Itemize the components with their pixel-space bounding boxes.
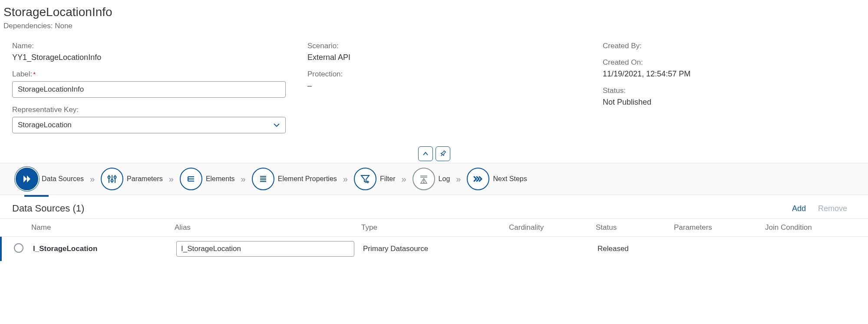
step-filter[interactable]: Filter (354, 168, 396, 190)
col-alias: Alias (175, 223, 361, 232)
createdon-value: 11/19/2021, 12:54:57 PM (603, 69, 868, 79)
play-double-icon (16, 168, 38, 190)
svg-point-6 (114, 176, 116, 179)
step-label: Elements (206, 175, 235, 183)
funnel-plus-icon (354, 168, 376, 190)
repkey-label: Representative Key: (12, 106, 294, 114)
row-status: Released (597, 245, 676, 253)
row-name: I_StorageLocation (33, 245, 176, 253)
page-header: StorageLocationInfo Dependencies: None (0, 0, 868, 34)
form-col-1: Name: YY1_StorageLocationInfo Label:* Re… (12, 42, 307, 141)
chevron-right-icon: » (401, 174, 406, 184)
name-value: YY1_StorageLocationInfo (12, 53, 294, 62)
svg-point-4 (111, 180, 113, 182)
label-label: Label:* (12, 70, 294, 79)
svg-point-20 (423, 182, 424, 183)
chevron-right-icon: » (241, 174, 246, 184)
protection-label: Protection: (307, 70, 590, 79)
form-area: Name: YY1_StorageLocationInfo Label:* Re… (0, 34, 868, 145)
scenario-value: External API (307, 53, 590, 62)
alias-input[interactable] (176, 241, 354, 257)
repkey-select[interactable]: StorageLocation (12, 117, 286, 133)
step-label: Element Properties (278, 175, 337, 183)
col-status: Status (596, 223, 674, 232)
warning-lines-icon (413, 168, 435, 190)
step-label: Data Sources (42, 175, 84, 183)
label-label-text: Label: (12, 70, 32, 78)
collapse-bar (0, 145, 868, 163)
scenario-label: Scenario: (307, 42, 590, 50)
pin-icon (439, 150, 446, 157)
chevron-right-icon: » (90, 174, 95, 184)
step-label: Filter (380, 175, 396, 183)
step-log[interactable]: Log (413, 168, 450, 190)
svg-line-0 (441, 155, 442, 156)
protection-value: – (307, 81, 590, 90)
col-join: Join Condition (765, 223, 856, 232)
dependencies-label: Dependencies: (3, 22, 53, 30)
step-label: Parameters (127, 175, 163, 183)
chevron-right-icon: » (456, 174, 461, 184)
form-col-3: Created By: Created On: 11/19/2021, 12:5… (603, 42, 868, 141)
step-next-steps[interactable]: Next Steps (467, 168, 527, 190)
section-header: Data Sources (1) Add Remove (0, 197, 868, 218)
required-asterisk: * (33, 70, 36, 78)
row-radio[interactable] (14, 243, 23, 253)
page-title: StorageLocationInfo (3, 5, 865, 19)
dependencies-value: None (55, 22, 73, 30)
createdon-label: Created On: (603, 58, 868, 67)
chevron-up-icon (422, 151, 429, 157)
step-element-properties[interactable]: Element Properties (252, 168, 337, 190)
col-name: Name (31, 223, 175, 232)
col-type: Type (361, 223, 509, 232)
form-col-2: Scenario: External API Protection: – (307, 42, 603, 141)
step-label: Log (439, 175, 450, 183)
section-title: Data Sources (1) (12, 203, 84, 214)
list-stack-icon (180, 168, 202, 190)
chevron-down-icon (273, 122, 280, 129)
createdby-label: Created By: (603, 42, 868, 50)
remove-button[interactable]: Remove (818, 204, 847, 213)
dependencies-line: Dependencies: None (3, 22, 865, 30)
step-data-sources[interactable]: Data Sources (16, 168, 84, 190)
col-parameters: Parameters (674, 223, 765, 232)
collapse-button[interactable] (418, 146, 433, 161)
pin-button[interactable] (436, 146, 450, 161)
step-label: Next Steps (493, 175, 527, 183)
sliders-icon (101, 168, 123, 190)
status-label: Status: (603, 86, 868, 95)
data-sources-table: Name Alias Type Cardinality Status Param… (0, 218, 868, 261)
repkey-value: StorageLocation (18, 121, 72, 129)
svg-point-2 (108, 176, 110, 179)
status-value: Not Published (603, 98, 868, 107)
step-parameters[interactable]: Parameters (101, 168, 163, 190)
step-elements[interactable]: Elements (180, 168, 235, 190)
table-row[interactable]: I_StorageLocation Primary Datasource Rel… (0, 237, 868, 261)
fast-forward-icon (467, 168, 489, 190)
wizard-nav: Data Sources » Parameters » Elements (0, 163, 868, 195)
chevron-right-icon: » (343, 174, 348, 184)
label-input[interactable] (12, 81, 286, 98)
add-button[interactable]: Add (792, 204, 806, 213)
chevron-right-icon: » (169, 174, 174, 184)
table-header: Name Alias Type Cardinality Status Param… (0, 218, 868, 237)
name-label: Name: (12, 42, 294, 50)
row-type: Primary Datasource (363, 245, 511, 253)
col-cardinality: Cardinality (509, 223, 596, 232)
list-lines-icon (252, 168, 274, 190)
